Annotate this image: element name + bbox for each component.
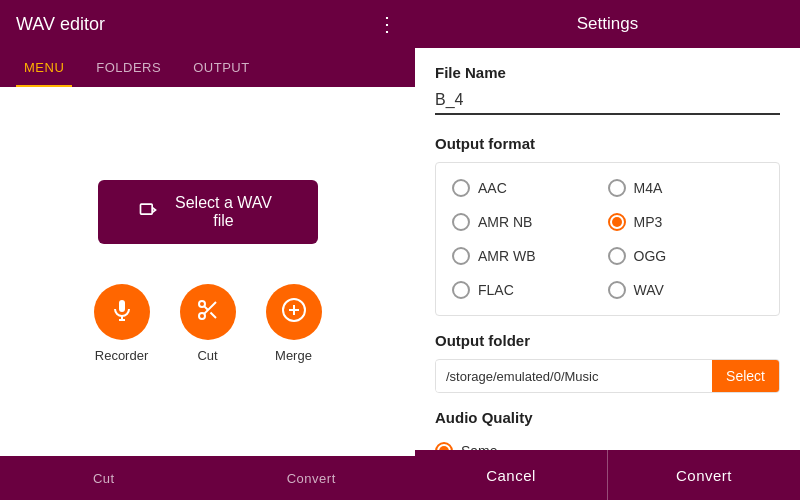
- output-format-label: Output format: [435, 135, 780, 152]
- svg-rect-1: [119, 300, 125, 312]
- app-header: WAV editor ⋮: [0, 0, 415, 48]
- format-mp3[interactable]: MP3: [608, 207, 764, 237]
- svg-rect-0: [140, 204, 152, 214]
- format-aac[interactable]: AAC: [452, 173, 608, 203]
- radio-mp3-outer: [608, 213, 626, 231]
- format-aac-label: AAC: [478, 180, 507, 196]
- select-wav-button[interactable]: Select a WAV file: [98, 180, 318, 244]
- select-wav-icon: [138, 200, 158, 225]
- radio-aac-outer: [452, 179, 470, 197]
- format-amrwb[interactable]: AMR WB: [452, 241, 608, 271]
- format-ogg-label: OGG: [634, 248, 667, 264]
- left-panel: WAV editor ⋮ MENU FOLDERS OUTPUT: [0, 0, 415, 500]
- audio-quality-label: Audio Quality: [435, 409, 780, 426]
- radio-ogg-outer: [608, 247, 626, 265]
- svg-line-7: [210, 312, 216, 318]
- audio-quality-same-label: Same: [461, 443, 498, 450]
- file-name-label: File Name: [435, 64, 780, 81]
- radio-mp3-inner: [612, 217, 622, 227]
- bottom-bar: Cut Convert: [0, 456, 415, 500]
- main-content: Select a WAV file Re: [0, 87, 415, 456]
- merge-item: Merge: [266, 284, 322, 363]
- scissors-icon: [196, 298, 220, 326]
- convert-button[interactable]: Convert: [608, 450, 800, 500]
- output-folder-section: Output folder /storage/emulated/0/Music …: [435, 332, 780, 393]
- file-name-input[interactable]: [435, 87, 780, 115]
- svg-line-8: [204, 306, 208, 310]
- app-title: WAV editor: [16, 14, 105, 35]
- format-amrnb-label: AMR NB: [478, 214, 532, 230]
- format-m4a-label: M4A: [634, 180, 663, 196]
- cut-button[interactable]: [180, 284, 236, 340]
- tab-menu[interactable]: MENU: [8, 48, 80, 87]
- settings-content: File Name Output format AAC M4A AMR NB: [415, 48, 800, 450]
- settings-header: Settings: [415, 0, 800, 48]
- radio-flac-outer: [452, 281, 470, 299]
- format-amrwb-label: AMR WB: [478, 248, 536, 264]
- format-mp3-label: MP3: [634, 214, 663, 230]
- svg-point-5: [199, 313, 205, 319]
- recorder-button[interactable]: [94, 284, 150, 340]
- action-icons-row: Recorder: [94, 284, 322, 363]
- cut-item: Cut: [180, 284, 236, 363]
- output-folder-label: Output folder: [435, 332, 780, 349]
- select-folder-button[interactable]: Select: [712, 360, 779, 392]
- radio-wav-outer: [608, 281, 626, 299]
- cut-label: Cut: [197, 348, 217, 363]
- tab-output[interactable]: OUTPUT: [177, 48, 265, 87]
- format-amrnb[interactable]: AMR NB: [452, 207, 608, 237]
- tab-folders[interactable]: FOLDERS: [80, 48, 177, 87]
- settings-footer: Cancel Convert: [415, 450, 800, 500]
- merge-label: Merge: [275, 348, 312, 363]
- format-wav-label: WAV: [634, 282, 664, 298]
- tab-bar: MENU FOLDERS OUTPUT: [0, 48, 415, 87]
- bottom-convert-button[interactable]: Convert: [208, 456, 416, 500]
- select-wav-label: Select a WAV file: [170, 194, 278, 230]
- audio-quality-section: Audio Quality Same: [435, 409, 780, 450]
- svg-point-4: [199, 301, 205, 307]
- format-ogg[interactable]: OGG: [608, 241, 764, 271]
- mic-icon: [110, 298, 134, 326]
- folder-path-text: /storage/emulated/0/Music: [436, 361, 712, 392]
- merge-icon: [281, 297, 307, 327]
- format-flac[interactable]: FLAC: [452, 275, 608, 305]
- radio-amrwb-outer: [452, 247, 470, 265]
- radio-same-outer: [435, 442, 453, 450]
- bottom-cut-button[interactable]: Cut: [0, 456, 208, 500]
- radio-m4a-outer: [608, 179, 626, 197]
- format-grid: AAC M4A AMR NB MP3 A: [435, 162, 780, 316]
- right-panel: Settings File Name Output format AAC M4A…: [415, 0, 800, 500]
- more-options-icon[interactable]: ⋮: [377, 12, 399, 36]
- format-flac-label: FLAC: [478, 282, 514, 298]
- merge-button[interactable]: [266, 284, 322, 340]
- radio-amrnb-outer: [452, 213, 470, 231]
- folder-input-row: /storage/emulated/0/Music Select: [435, 359, 780, 393]
- format-wav[interactable]: WAV: [608, 275, 764, 305]
- recorder-label: Recorder: [95, 348, 148, 363]
- format-m4a[interactable]: M4A: [608, 173, 764, 203]
- recorder-item: Recorder: [94, 284, 150, 363]
- audio-quality-same[interactable]: Same: [435, 436, 780, 450]
- settings-title: Settings: [577, 14, 638, 33]
- cancel-button[interactable]: Cancel: [415, 450, 608, 500]
